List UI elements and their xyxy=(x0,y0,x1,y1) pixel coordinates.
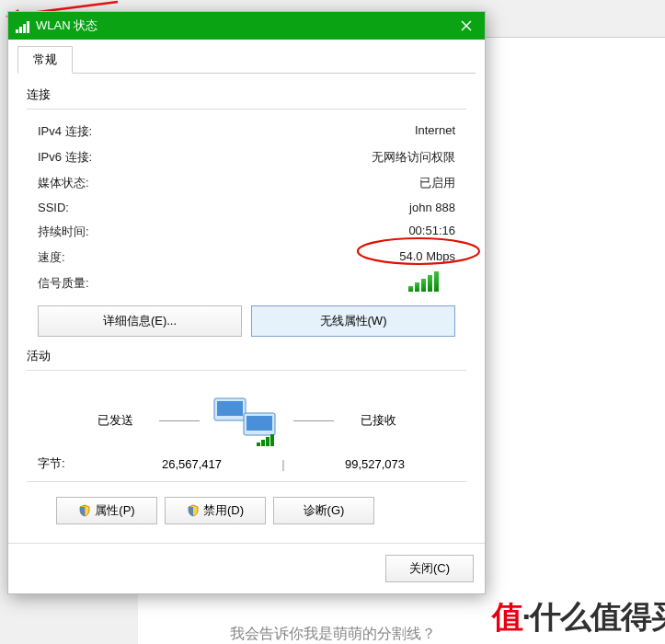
row-media-state: 媒体状态:已启用 xyxy=(27,170,466,196)
footer-caption: 我会告诉你我是萌萌的分割线？ xyxy=(0,625,665,644)
bytes-label: 字节: xyxy=(38,455,111,472)
shield-icon xyxy=(78,504,91,517)
row-ipv6: IPv6 连接:无网络访问权限 xyxy=(27,144,466,170)
tabstrip: 常规 xyxy=(8,40,485,73)
svg-rect-7 xyxy=(266,437,269,446)
group-activity: 活动 xyxy=(27,348,466,364)
properties-button[interactable]: 属性(P) xyxy=(56,497,157,524)
row-bytes: 字节: 26,567,417 | 99,527,073 xyxy=(27,450,466,479)
svg-rect-8 xyxy=(270,434,274,446)
wireless-properties-button[interactable]: 无线属性(W) xyxy=(251,305,455,337)
bytes-received: 99,527,073 xyxy=(294,457,455,471)
divider xyxy=(27,109,466,109)
group-connection: 连接 xyxy=(27,86,466,103)
divider xyxy=(27,481,466,482)
divider xyxy=(27,370,466,371)
signal-bars-icon xyxy=(139,273,455,292)
annotation-ellipse xyxy=(354,236,483,267)
row-ipv4: IPv4 连接:Internet xyxy=(27,119,466,144)
activity-header: 已发送 已接收 xyxy=(27,380,466,450)
svg-rect-5 xyxy=(257,443,260,446)
sent-label: 已发送 xyxy=(78,412,152,429)
separator-icon: | xyxy=(272,457,294,471)
titlebar[interactable]: WLAN 状态 xyxy=(8,12,485,40)
activity-line-icon xyxy=(293,420,334,421)
row-ssid: SSID:john 888 xyxy=(27,196,466,219)
disable-button[interactable]: 禁用(D) xyxy=(165,497,266,524)
svg-rect-4 xyxy=(247,416,272,431)
row-speed: 速度: 54.0 Mbps xyxy=(27,245,466,270)
wifi-icon xyxy=(16,18,30,33)
window-title: WLAN 状态 xyxy=(36,17,448,34)
tab-general[interactable]: 常规 xyxy=(17,46,73,74)
close-button[interactable] xyxy=(448,12,485,40)
wlan-status-dialog: WLAN 状态 常规 连接 IPv4 连接:Internet IPv6 连接:无… xyxy=(7,11,486,594)
svg-rect-2 xyxy=(217,401,243,416)
bytes-sent: 26,567,417 xyxy=(111,457,272,471)
shield-icon xyxy=(187,504,200,517)
network-computers-icon xyxy=(207,393,286,448)
diagnose-button[interactable]: 诊断(G) xyxy=(273,497,374,524)
svg-rect-6 xyxy=(261,440,265,446)
activity-line-icon xyxy=(159,420,200,421)
svg-point-0 xyxy=(358,238,479,264)
close-dialog-button[interactable]: 关闭(C) xyxy=(385,555,474,582)
received-label: 已接收 xyxy=(341,412,415,429)
details-button[interactable]: 详细信息(E)... xyxy=(38,305,242,337)
row-signal-quality: 信号质量: xyxy=(27,270,466,296)
